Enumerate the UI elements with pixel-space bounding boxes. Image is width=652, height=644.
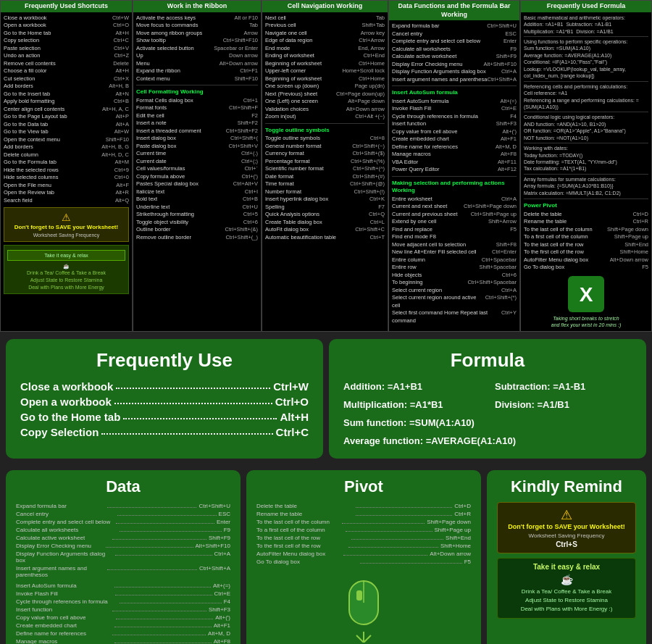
formula-subtraction: Subtraction: =A1-B1 — [495, 379, 632, 394]
dots — [114, 396, 272, 404]
remind-relax-title: Take it easy & relax — [502, 563, 631, 571]
mid-item-home: Go to the Home tab Alt+H — [20, 409, 309, 425]
remind-save-key: Ctrl+S — [502, 540, 631, 548]
pivot-bot-title: Pivot — [256, 477, 471, 496]
data-bot-items: Expand formula barCtrl+Shift+U Cancel en… — [16, 502, 230, 644]
mid-key-close: Ctrl+W — [273, 380, 309, 393]
panel-ribbon-title: Work in the Ribbon — [133, 1, 261, 12]
insert-header: Insert AutoSum formula — [392, 89, 517, 96]
warning-box-top: ⚠ Don't forget to SAVE your Worksheet! W… — [4, 207, 129, 242]
mouse-icon — [342, 577, 385, 643]
mid-label-home: Go to the Home tab — [20, 411, 120, 423]
panel-frequently-used: Frequently Used Shortcuts Close a workbo… — [0, 0, 133, 332]
making-list: Entire worksheetCtrl+A Current and next … — [392, 196, 517, 325]
mid-label-copy: Copy Selection — [20, 426, 99, 438]
formula-sum: Sum function: =SUM(A1:A10) — [343, 415, 632, 430]
svg-line-6 — [356, 635, 364, 643]
relax-icon: ☕ — [7, 263, 125, 269]
formula-mid-title: Formula — [343, 349, 632, 372]
warning-icon: ⚠ — [7, 211, 125, 224]
formula-average: Average function: =AVERAGE(A1:A10) — [343, 433, 632, 448]
pivot-bot-items: Delete the tableCtrl+D Rename the tableC… — [256, 502, 471, 566]
relax-box-top: Take it easy & relax ☕ Drink a Tea/ Coff… — [4, 245, 129, 295]
frequently-use-title: Frequently Use — [20, 349, 309, 372]
mid-item-copy: Copy Selection Ctrl+C — [20, 425, 309, 440]
formula-addition: Addition: =A1+B1 — [343, 379, 480, 394]
cell-formatting-header: Cell Formatting Working — [136, 88, 258, 96]
bottom-section: Data Expand formula barCtrl+Shift+U Canc… — [0, 464, 652, 644]
middle-section: Frequently Use Close a workbook Ctrl+W O… — [0, 333, 652, 464]
remind-coffee-icon: ☕ — [502, 574, 631, 585]
remind-relax-box: Take it easy & relax ☕ Drink a Tea/ Coff… — [497, 558, 636, 619]
mid-item-close: Close a workbook Ctrl+W — [20, 379, 309, 394]
data-fn-list: Expand formula barCtrl+Shift+U Cancel en… — [392, 22, 517, 83]
panel-data-fn: Data Functions and the Formula Bar Worki… — [388, 0, 520, 332]
svg-text:X: X — [580, 283, 593, 306]
panel-nav-title: Cell Navigation Working — [262, 1, 388, 12]
svg-rect-4 — [356, 590, 362, 601]
panel-remind-bot: Kindly Remind ⚠ Don't forget to SAVE you… — [487, 470, 646, 644]
panel-data-bot: Data Expand formula barCtrl+Shift+U Canc… — [6, 470, 241, 644]
power-pivot-header: Power Pivot — [524, 202, 648, 209]
remind-warning-icon: ⚠ — [502, 507, 631, 523]
formula-grid: Addition: =A1+B1 Subtraction: =A1-B1 Mul… — [343, 379, 632, 448]
relax-button[interactable]: Take it easy & relax — [7, 250, 125, 261]
toggle-list: Toggle outline symbolsCtrl+8 General num… — [265, 135, 385, 241]
panel-formula-used: Frequently Used Formula Basic mathematic… — [520, 0, 652, 332]
formula-used-list: Basic mathematical and arithmetic operat… — [524, 14, 648, 197]
panel-frequently-used-title: Frequently Used Shortcuts — [1, 1, 132, 12]
insert-list: Insert AutoSum formulaAlt+(=) Invoke Fla… — [392, 98, 517, 174]
remind-relax-items: Drink a Tea/ Coffee & Take a Break Adjus… — [502, 587, 631, 614]
mid-key-open: Ctrl+O — [275, 396, 309, 408]
mid-label-close: Close a workbook — [20, 380, 113, 393]
remind-bot-title: Kindly Remind — [497, 477, 636, 496]
shortcuts-list: Close a workbookCtrl+W Open a workbookCt… — [4, 14, 129, 205]
panel-pivot-bot: Pivot Delete the tableCtrl+D Rename the … — [246, 470, 481, 644]
nav-list: Next cellTab Previous cellShift+Tab Navi… — [265, 14, 385, 121]
panel-formula-mid: Formula Addition: =A1+B1 Subtraction: =A… — [329, 339, 646, 459]
save-text: Don't forget to SAVE your Worksheet! — [7, 224, 125, 231]
mid-item-open: Open a workbook Ctrl+O — [20, 394, 309, 409]
ribbon-list: Activate the access keysAlt or F10 Move … — [136, 14, 258, 83]
excel-logo-small: X Taking short breaks to stretchand flex… — [524, 276, 648, 328]
panel-formula-title: Frequently Used Formula — [521, 1, 651, 12]
remind-warning-box: ⚠ Don't forget to SAVE your Worksheet! W… — [497, 502, 636, 553]
cell-formatting-list: Format Cells dialog boxCtrl+1 Format fon… — [136, 97, 258, 242]
svg-line-7 — [364, 635, 371, 643]
dots — [116, 380, 270, 389]
dots — [101, 426, 272, 435]
mid-key-copy: Ctrl+C — [276, 426, 309, 438]
save-freq: Worksheet Saving Frequency — [7, 232, 125, 238]
mid-label-open: Open a workbook — [20, 396, 112, 408]
mouse-graphic-area: Taking short breaks to stretch and flex … — [256, 577, 471, 644]
mid-key-home: Alt+H — [280, 411, 309, 423]
remind-save-text: Don't forget to SAVE your Worksheet! — [502, 523, 631, 530]
making-header: Making selection and performing actions … — [392, 180, 517, 195]
power-pivot-list: Delete the tableCtrl+D Rename the tableC… — [524, 211, 648, 272]
formula-multiplication: Multiplication: =A1*B1 — [343, 397, 480, 412]
top-section: Frequently Used Shortcuts Close a workbo… — [0, 0, 652, 333]
data-bot-title: Data — [16, 477, 230, 496]
remind-save-freq: Worksheet Saving Frequency — [502, 532, 631, 539]
panel-ribbon: Work in the Ribbon Activate the access k… — [133, 0, 262, 332]
relax-items: Drink a Tea/ Coffee & Take a Break Adjus… — [7, 269, 125, 290]
frequently-use-items: Close a workbook Ctrl+W Open a workbook … — [20, 379, 309, 440]
toggle-header: Toggle outline symbols — [265, 127, 385, 134]
dots — [123, 411, 277, 419]
formula-division: Division: =A1/B1 — [495, 397, 632, 412]
panel-frequently-use: Frequently Use Close a workbook Ctrl+W O… — [6, 339, 323, 459]
panel-nav: Cell Navigation Working Next cellTab Pre… — [262, 0, 388, 332]
panel-data-fn-title: Data Functions and the Formula Bar Worki… — [389, 1, 519, 20]
